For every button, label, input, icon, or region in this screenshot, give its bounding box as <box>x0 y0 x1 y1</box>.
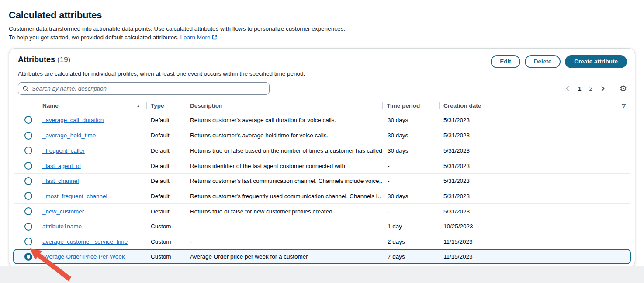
attributes-panel: Attributes (19) Edit Delete Create attri… <box>9 48 635 267</box>
row-radio[interactable] <box>24 162 32 170</box>
page-description-line2: To help you get started, we provided def… <box>9 34 179 41</box>
row-name-cell: _last_agent_id <box>38 163 146 169</box>
row-radio[interactable] <box>24 253 32 261</box>
row-type-cell: Default <box>146 117 186 123</box>
row-type-cell: Default <box>146 193 186 199</box>
page-number-2[interactable]: 2 <box>586 84 595 93</box>
header-name[interactable]: Name ▲ <box>38 99 146 112</box>
attribute-name-link[interactable]: average_customer_service_time <box>42 238 128 245</box>
attribute-name-link[interactable]: _average_hold_time <box>42 132 96 139</box>
row-type-cell: Default <box>146 147 186 154</box>
row-radio[interactable] <box>24 177 32 185</box>
next-page-icon[interactable] <box>598 84 608 93</box>
page-description-line1: Customer data transformed into actionabl… <box>9 25 345 32</box>
row-type-cell: Default <box>146 163 186 169</box>
row-type-cell: Custom <box>146 223 186 230</box>
table-body: _average_call_duration Default Returns c… <box>14 112 630 264</box>
row-selection-cell <box>14 192 38 200</box>
row-description-cell: Returns customer's average call duration… <box>186 117 382 123</box>
row-type-cell: Default <box>146 132 186 139</box>
attributes-count: (19) <box>57 56 70 64</box>
row-radio[interactable] <box>24 116 32 124</box>
row-creation-date-cell: 11/15/2023 <box>439 238 630 245</box>
row-time-period-cell: 30 days <box>382 117 439 123</box>
row-description-cell: Average Order price per week for a custo… <box>186 253 382 260</box>
learn-more-link[interactable]: Learn More <box>180 34 217 41</box>
row-name-cell: _most_frequent_channel <box>38 193 146 199</box>
attribute-name-link[interactable]: _frequent_caller <box>42 147 85 154</box>
attributes-table: Name ▲ Type Description Time period Crea… <box>14 99 630 264</box>
table-row[interactable]: _average_hold_time Default Returns custo… <box>14 128 630 143</box>
attribute-name-link[interactable]: _most_frequent_channel <box>42 193 107 199</box>
row-radio[interactable] <box>24 147 32 154</box>
row-description-cell: Returns customer's average hold time for… <box>186 132 382 139</box>
attribute-name-link[interactable]: attribute1name <box>42 223 82 230</box>
row-description-cell: Returns customer's last communication ch… <box>186 178 382 184</box>
header-creation-date[interactable]: Creation date ▽ <box>439 99 630 112</box>
attribute-name-link[interactable]: _new_customer <box>42 208 84 215</box>
table-row[interactable]: _last_channel Default Returns customer's… <box>14 173 630 189</box>
table-row[interactable]: _frequent_caller Default Returns true or… <box>14 143 630 158</box>
panel-subtitle: Attributes are calculated for individual… <box>9 68 635 77</box>
page-title: Calculated attributes <box>9 10 634 21</box>
table-row[interactable]: _last_agent_id Default Returns identifie… <box>14 158 630 173</box>
table-row[interactable]: _new_customer Default Returns true or fa… <box>14 203 630 219</box>
attribute-name-link[interactable]: _last_channel <box>42 178 79 184</box>
row-description-cell: Returns identifier of the last agent cus… <box>186 163 382 169</box>
row-selection-cell <box>14 162 38 170</box>
column-divider <box>382 102 383 109</box>
row-name-cell: _average_call_duration <box>38 117 146 123</box>
row-description-cell: Returns true or false based on the numbe… <box>186 147 382 154</box>
create-attribute-button[interactable]: Create attribute <box>565 55 627 68</box>
header-description[interactable]: Description <box>186 99 382 112</box>
header-type[interactable]: Type <box>146 99 186 112</box>
row-creation-date-cell: 5/31/2023 <box>439 208 630 215</box>
column-divider <box>146 102 147 109</box>
row-name-cell: _average_hold_time <box>38 132 146 139</box>
table-row[interactable]: average_customer_service_time Custom - 2… <box>14 234 630 249</box>
row-time-period-cell: - <box>382 208 439 215</box>
row-radio[interactable] <box>24 192 32 200</box>
table-row[interactable]: _most_frequent_channel Default Returns c… <box>14 189 630 204</box>
previous-page-icon[interactable] <box>563 84 573 93</box>
table-row[interactable]: Average-Order-Price-Per-Week Custom Aver… <box>13 249 631 264</box>
table-row[interactable]: _average_call_duration Default Returns c… <box>14 112 630 128</box>
column-divider <box>439 102 440 109</box>
row-selection-cell <box>14 207 38 215</box>
filter-dropdown-icon[interactable]: ▽ <box>622 103 626 108</box>
attribute-name-link[interactable]: Average-Order-Price-Per-Week <box>42 253 125 260</box>
row-name-cell: average_customer_service_time <box>38 238 146 245</box>
row-creation-date-cell: 5/31/2023 <box>439 132 630 139</box>
sort-ascending-icon[interactable]: ▲ <box>136 104 140 108</box>
attribute-name-link[interactable]: _average_call_duration <box>42 117 104 123</box>
header-time-period[interactable]: Time period <box>382 99 439 112</box>
row-selection-cell <box>14 223 38 231</box>
settings-gear-icon[interactable]: ⚙ <box>620 84 627 93</box>
row-creation-date-cell: 5/31/2023 <box>439 147 630 154</box>
table-row[interactable]: attribute1name Custom - 1 day 10/25/2023 <box>14 219 630 234</box>
row-radio[interactable] <box>24 238 32 245</box>
column-divider <box>186 102 186 109</box>
row-selection-cell <box>14 177 38 185</box>
search-icon <box>23 86 29 92</box>
row-radio[interactable] <box>24 132 32 140</box>
attribute-name-link[interactable]: _last_agent_id <box>42 163 81 169</box>
delete-button[interactable]: Delete <box>525 55 561 68</box>
search-input[interactable] <box>32 85 265 92</box>
row-name-cell: _new_customer <box>38 208 146 215</box>
row-creation-date-cell: 5/31/2023 <box>439 193 630 199</box>
page-number-1[interactable]: 1 <box>575 84 584 93</box>
row-radio[interactable] <box>24 207 32 215</box>
panel-header: Attributes (19) Edit Delete Create attri… <box>9 49 635 68</box>
edit-button[interactable]: Edit <box>491 55 520 68</box>
search-box[interactable] <box>18 82 270 95</box>
page-header: Calculated attributes Customer data tran… <box>0 0 644 42</box>
page-description: Customer data transformed into actionabl… <box>9 24 634 42</box>
header-selection-column <box>14 99 38 112</box>
row-selection-cell <box>14 238 38 245</box>
row-selection-cell <box>14 253 38 261</box>
toolbar-divider <box>613 83 613 94</box>
row-description-cell: Returns customer's frequently used commu… <box>186 193 382 199</box>
external-link-icon <box>212 34 217 42</box>
row-radio[interactable] <box>24 223 32 231</box>
